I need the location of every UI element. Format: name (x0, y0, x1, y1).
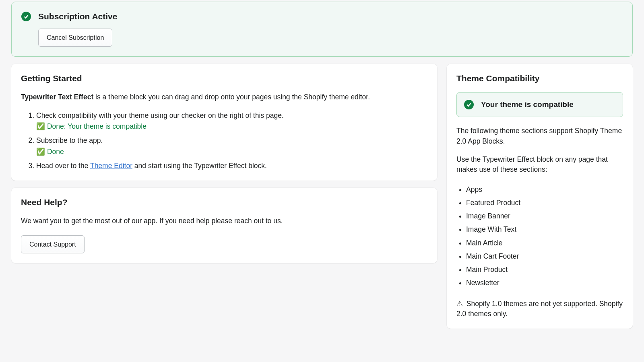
subscription-banner-title: Subscription Active (38, 12, 117, 21)
theme-compatible-banner-title: Your theme is compatible (481, 100, 574, 109)
step-1-done: Done: Your theme is compatible (36, 121, 427, 132)
warning-icon: ⚠ (456, 299, 463, 309)
step-2-text: Subscribe to the app. (36, 136, 103, 144)
cancel-subscription-button[interactable]: Cancel Subscription (38, 29, 112, 47)
need-help-card: Need Help? We want you to get the most o… (11, 188, 437, 263)
step-1: Check compatibility with your theme usin… (36, 111, 427, 132)
step-2: Subscribe to the app. Done (36, 136, 427, 157)
need-help-body: We want you to get the most out of our a… (21, 216, 427, 226)
step-1-text: Check compatibility with your theme usin… (36, 111, 284, 119)
need-help-title: Need Help? (21, 197, 427, 207)
step-3: Head over to the Theme Editor and start … (36, 161, 427, 171)
list-item: Main Cart Footer (466, 250, 623, 263)
getting-started-intro: Typewriter Text Effect is a theme block … (21, 92, 427, 102)
theme-compatible-banner: Your theme is compatible (456, 92, 623, 117)
list-item: Image Banner (466, 210, 623, 223)
list-item: Main Product (466, 263, 623, 276)
theme-compat-para1: The following theme sections support Sho… (456, 126, 623, 146)
check-circle-icon (464, 100, 474, 109)
step-2-done: Done (36, 147, 427, 157)
theme-sections-list: Apps Featured Product Image Banner Image… (456, 183, 623, 290)
list-item: Image With Text (466, 223, 623, 236)
step-3-before: Head over to the (36, 162, 90, 170)
contact-support-button[interactable]: Contact Support (21, 235, 85, 253)
theme-compat-warning-text: Shopify 1.0 themes are not yet supported… (456, 300, 623, 318)
getting-started-intro-strong: Typewriter Text Effect (21, 93, 93, 101)
step-3-after: and start using the Typewriter Effect bl… (132, 162, 267, 170)
getting-started-steps: Check compatibility with your theme usin… (21, 111, 427, 171)
list-item: Featured Product (466, 196, 623, 210)
check-circle-icon (21, 12, 31, 21)
list-item: Newsletter (466, 276, 623, 290)
theme-compatibility-title: Theme Compatibility (456, 74, 623, 83)
getting-started-title: Getting Started (21, 74, 427, 83)
theme-compatibility-card: Theme Compatibility Your theme is compat… (447, 64, 633, 329)
theme-compat-para2: Use the Typewriter Effect block on any p… (456, 154, 623, 175)
list-item: Main Article (466, 237, 623, 250)
subscription-banner: Subscription Active Cancel Subscription (11, 2, 633, 57)
getting-started-intro-rest: is a theme block you can drag and drop o… (93, 93, 370, 101)
theme-compat-warning: ⚠ Shopify 1.0 themes are not yet support… (456, 299, 623, 319)
getting-started-card: Getting Started Typewriter Text Effect i… (11, 64, 437, 181)
theme-editor-link[interactable]: Theme Editor (90, 162, 132, 170)
list-item: Apps (466, 183, 623, 196)
